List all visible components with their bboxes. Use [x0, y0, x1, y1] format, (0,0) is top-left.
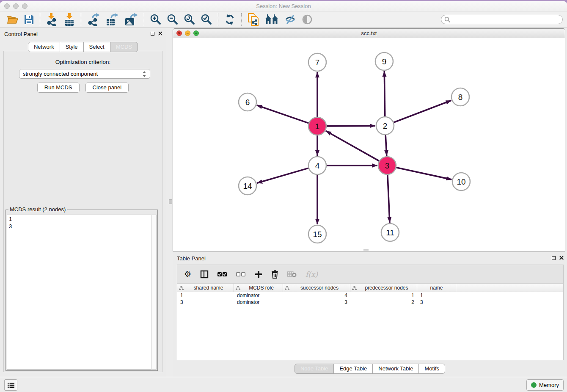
graph-node-4[interactable]: 4	[308, 157, 326, 174]
result-scrollbar[interactable]	[151, 215, 157, 370]
svg-text:1: 1	[315, 122, 320, 131]
graph-node-11[interactable]: 11	[381, 224, 399, 241]
graph-node-1[interactable]: 1	[308, 117, 326, 135]
zoom-selected-icon[interactable]	[198, 12, 215, 27]
svg-text:10: 10	[457, 177, 465, 186]
deselect-all-icon[interactable]	[236, 272, 246, 277]
zoom-in-icon[interactable]	[147, 12, 164, 27]
table-tabs: Node TableEdge TableNetwork TableMotifs	[173, 364, 567, 374]
select-all-icon[interactable]	[217, 272, 227, 277]
save-session-icon[interactable]	[21, 12, 37, 27]
table-toolbar: ⚙ f(x)	[177, 265, 563, 284]
export-image-icon[interactable]	[121, 12, 141, 27]
edge-4-14[interactable]	[257, 168, 309, 183]
zoom-fit-icon[interactable]	[181, 12, 198, 27]
mcds-result-text[interactable]: 1 3	[7, 215, 152, 370]
tab-network-table[interactable]: Network Table	[372, 364, 419, 374]
canvas-scroll-nub[interactable]	[363, 249, 369, 251]
column-header-MCDS-role[interactable]: MCDS role	[234, 284, 283, 292]
network-overview-icon[interactable]	[262, 12, 282, 27]
close-panel-button[interactable]: Close panel	[85, 83, 129, 93]
export-network-icon[interactable]	[84, 12, 103, 27]
column-header-successor-nodes[interactable]: successor nodes	[283, 284, 350, 292]
status-bar: Memory	[0, 377, 567, 392]
edge-3-10[interactable]	[396, 167, 452, 179]
network-canvas[interactable]: 7968124314101511	[173, 38, 565, 251]
graph-node-9[interactable]: 9	[375, 52, 393, 70]
toolbar-separator	[40, 13, 40, 26]
table-settings-icon[interactable]: ⚙	[184, 270, 191, 278]
svg-text:3: 3	[385, 161, 390, 170]
edge-2-9[interactable]	[384, 71, 385, 117]
close-panel-icon[interactable]	[158, 31, 162, 36]
column-visibility-icon[interactable]	[200, 270, 209, 279]
zoom-out-icon[interactable]	[164, 12, 181, 27]
table-row[interactable]: 1dominator411	[177, 292, 563, 299]
graph-node-8[interactable]: 8	[451, 88, 469, 106]
column-header-shared-name[interactable]: shared name	[177, 284, 234, 292]
memory-status-icon	[531, 382, 537, 388]
table-cell: 1	[177, 293, 234, 298]
control-panel-header: Control Panel	[0, 28, 166, 39]
edge-3-11[interactable]	[388, 174, 390, 223]
graph-node-14[interactable]: 14	[239, 177, 256, 195]
tab-style[interactable]: Style	[60, 42, 84, 52]
search-input[interactable]	[441, 15, 563, 24]
hide-details-icon[interactable]	[282, 12, 299, 27]
window-title: Session: New Session	[0, 3, 567, 9]
graph-node-2[interactable]: 2	[376, 117, 394, 135]
graph-node-10[interactable]: 10	[452, 173, 470, 190]
function-builder-icon[interactable]: f(x)	[306, 270, 318, 279]
tab-node-table[interactable]: Node Table	[295, 364, 334, 374]
table-row[interactable]: 3dominator323	[177, 299, 563, 306]
new-network-from-selection-icon[interactable]	[245, 12, 262, 27]
table-panel: Table Panel ⚙	[173, 253, 567, 377]
edge-1-2[interactable]	[326, 126, 375, 126]
float-panel-icon[interactable]	[151, 32, 154, 36]
open-session-icon[interactable]	[4, 12, 21, 27]
delete-column-icon[interactable]	[271, 270, 278, 279]
network-window-title: scc.txt	[173, 30, 565, 36]
table-cell: 3	[417, 299, 456, 305]
tab-select[interactable]: Select	[83, 42, 110, 52]
graph-node-3[interactable]: 3	[378, 157, 396, 174]
edge-3-1[interactable]	[326, 131, 380, 161]
refresh-icon[interactable]	[221, 12, 238, 27]
network-graph: 7968124314101511	[173, 38, 565, 251]
delete-table-icon[interactable]	[287, 271, 297, 277]
graph-node-7[interactable]: 7	[308, 53, 326, 71]
table-cell: dominator	[234, 299, 283, 305]
search-field	[441, 15, 563, 24]
run-mcds-button[interactable]: Run MCDS	[37, 83, 80, 93]
close-table-panel-icon[interactable]	[559, 256, 564, 260]
show-details-icon[interactable]	[299, 12, 316, 27]
table-cell: 1	[350, 293, 417, 298]
svg-text:2: 2	[383, 121, 388, 130]
edge-2-8[interactable]	[394, 100, 451, 122]
task-history-button[interactable]	[4, 379, 17, 391]
export-table-icon[interactable]	[103, 12, 121, 27]
tab-network[interactable]: Network	[28, 42, 60, 52]
mcds-result-group: MCDS result (2 nodes) 1 3	[6, 210, 158, 371]
network-window-titlebar[interactable]: × − + scc.txt	[173, 29, 565, 39]
memory-button[interactable]: Memory	[526, 379, 564, 391]
graph-node-6[interactable]: 6	[239, 93, 256, 111]
table-cell: 1	[417, 293, 456, 298]
graph-node-15[interactable]: 15	[308, 225, 326, 243]
import-table-icon[interactable]	[61, 12, 78, 27]
tab-edge-table[interactable]: Edge Table	[333, 364, 373, 374]
edge-1-6[interactable]	[257, 105, 309, 124]
criterion-dropdown[interactable]: strongly connected component	[19, 69, 150, 79]
add-column-icon[interactable]	[255, 271, 262, 278]
svg-text:7: 7	[315, 58, 320, 67]
column-header-name[interactable]: name	[417, 284, 456, 292]
splitter-handle[interactable]	[169, 199, 172, 204]
import-network-icon[interactable]	[43, 12, 61, 27]
tab-motifs[interactable]: Motifs	[418, 364, 445, 374]
float-table-panel-icon[interactable]	[552, 256, 556, 260]
column-header-predecessor-nodes[interactable]: predecessor nodes	[350, 284, 417, 292]
result-line: 1	[9, 215, 150, 223]
tab-mcds[interactable]: MCDS	[110, 42, 138, 52]
mcds-result-title: MCDS result (2 nodes)	[8, 206, 67, 213]
edge-2-3[interactable]	[385, 135, 387, 156]
